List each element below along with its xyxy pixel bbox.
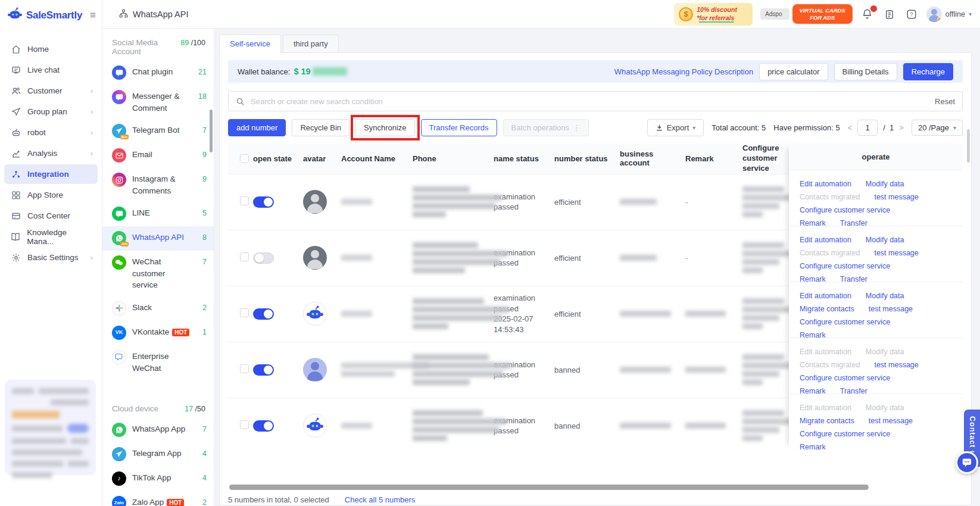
row-checkbox[interactable]	[240, 252, 249, 261]
open-state-toggle[interactable]	[253, 196, 274, 208]
toggle-knob	[255, 254, 264, 263]
search-input[interactable]	[251, 97, 929, 106]
transfer-records-button[interactable]: Transfer Records	[421, 119, 497, 136]
operate-link-modify-data[interactable]: Modify data	[866, 289, 904, 302]
sidebar-item-robot[interactable]: robot›	[4, 123, 98, 142]
synchronize-button[interactable]: Synchronize	[355, 119, 415, 136]
open-state-toggle[interactable]	[253, 364, 274, 376]
current-page-input[interactable]: 1	[857, 120, 878, 136]
sidebar-item-cost-center[interactable]: Cost Center	[4, 206, 98, 226]
cell-select	[228, 286, 253, 342]
operate-link-remark[interactable]: Remark	[800, 441, 826, 454]
sidebar-item-app-store[interactable]: App Store	[4, 185, 98, 205]
operate-link-configure-customer-service[interactable]: Configure customer service	[800, 316, 890, 329]
operate-link-remark[interactable]: Remark	[800, 329, 826, 342]
operate-link-test-message[interactable]: test message	[874, 190, 918, 204]
operate-link-contacts-migrated: Contacts migrated	[800, 190, 860, 204]
row-checkbox[interactable]	[240, 364, 249, 373]
open-state-toggle[interactable]	[253, 308, 274, 320]
row-checkbox[interactable]	[240, 196, 249, 205]
page-size-select[interactable]: 20 /Page ▾	[912, 120, 963, 136]
vertical-scrollbar-thumb[interactable]	[967, 129, 970, 163]
sidebar-item-knowledge-mana[interactable]: Knowledge Mana...	[4, 227, 98, 246]
add-number-button[interactable]: add number	[228, 119, 286, 136]
operate-link-configure-customer-service[interactable]: Configure customer service	[800, 260, 890, 273]
sidebar-item-live-chat[interactable]: Live chat	[4, 60, 98, 80]
sidebar-item-integration[interactable]: Integration	[4, 164, 98, 184]
operate-link-edit-automation[interactable]: Edit automation	[800, 233, 851, 246]
channel-item-enterprise-wechat[interactable]: Enterprise WeChat	[102, 345, 214, 379]
operate-link-remark[interactable]: Remark	[800, 273, 826, 286]
open-state-toggle[interactable]	[253, 420, 274, 432]
operate-link-modify-data[interactable]: Modify data	[866, 177, 904, 190]
clipboard-icon[interactable]	[882, 7, 897, 21]
help-icon[interactable]: ?	[904, 7, 919, 21]
operate-link-edit-automation[interactable]: Edit automation	[800, 177, 851, 190]
operate-link-migrate-contacts[interactable]: Migrate contacts	[800, 414, 854, 427]
sidebar-item-customer[interactable]: Customer›	[4, 81, 98, 101]
sidebar-item-analysis[interactable]: Analysis›	[4, 143, 98, 163]
referral-promo-banner[interactable]: $ 10% discount *for referrals	[674, 3, 753, 26]
channel-item-whatsapp-app[interactable]: WhatsApp App7	[102, 418, 214, 442]
operate-link-modify-data[interactable]: Modify data	[866, 233, 904, 246]
channel-item-tiktok-app[interactable]: ♪TikTok App4	[102, 467, 214, 491]
operate-link-remark[interactable]: Remark	[800, 385, 826, 398]
channel-item-chat-plugin[interactable]: Chat plugin21	[102, 61, 214, 85]
tab-third-party[interactable]: third party	[283, 35, 339, 53]
policy-link[interactable]: WhatsApp Messaging Policy Description	[614, 67, 753, 76]
row-checkbox[interactable]	[240, 308, 249, 317]
operate-link-migrate-contacts[interactable]: Migrate contacts	[800, 302, 854, 316]
billing-details-button[interactable]: Billing Details	[834, 63, 897, 80]
operate-link-contacts-migrated: Contacts migrated	[800, 246, 860, 260]
operate-link-test-message[interactable]: test message	[874, 358, 918, 371]
operate-link-configure-customer-service[interactable]: Configure customer service	[800, 427, 890, 441]
operate-link-transfer[interactable]: Transfer	[840, 217, 867, 230]
operate-link-transfer[interactable]: Transfer	[840, 273, 867, 286]
check-all-link[interactable]: Check all 5 numbers	[345, 495, 416, 504]
operate-link-transfer[interactable]: Transfer	[840, 385, 867, 398]
price-calculator-button[interactable]: price calculator	[759, 63, 828, 80]
select-all-checkbox[interactable]	[240, 154, 249, 163]
channel-item-telegram-app[interactable]: Telegram App4	[102, 442, 214, 467]
channel-item-zalo-app[interactable]: ZaloZalo AppHOT2	[102, 491, 214, 506]
recharge-button[interactable]: Recharge	[903, 63, 953, 80]
channel-item-wechat-customer-service[interactable]: WeChat customer service7	[102, 251, 214, 296]
export-button[interactable]: Export ▾	[647, 119, 704, 136]
channel-item-vkontakte[interactable]: VKVKontakteHOT1	[102, 321, 214, 345]
virtual-cards-button[interactable]: VIRTUAL CARDS FOR ADS	[792, 4, 853, 24]
tab-self-service[interactable]: Self-service	[219, 35, 281, 53]
row-checkbox[interactable]	[240, 420, 249, 429]
redacted-block	[12, 472, 52, 478]
channel-item-messenger-comment[interactable]: Messenger & Comment18	[102, 85, 214, 119]
collapse-menu-icon[interactable]: ≡	[90, 10, 96, 21]
contact-chat-bubble[interactable]	[956, 451, 978, 474]
open-state-toggle[interactable]	[253, 252, 274, 264]
channel-scrollbar[interactable]	[210, 110, 213, 152]
channel-item-whatsapp-api[interactable]: APIWhatsApp API8	[102, 226, 214, 251]
sidebar-item-home[interactable]: Home	[4, 39, 98, 59]
operate-link-configure-customer-service[interactable]: Configure customer service	[800, 371, 890, 385]
channel-item-line[interactable]: LINE5	[102, 202, 214, 226]
prev-page-button[interactable]: <	[848, 123, 853, 132]
operate-link-configure-customer-service[interactable]: Configure customer service	[800, 204, 890, 217]
operate-link-remark[interactable]: Remark	[800, 217, 826, 230]
operate-link-test-message[interactable]: test message	[869, 302, 913, 316]
channel-item-email[interactable]: Email9	[102, 143, 214, 168]
notifications-bell-icon[interactable]	[860, 7, 875, 21]
channel-item-telegram-bot[interactable]: BotTelegram Bot7	[102, 119, 214, 143]
operate-link-test-message[interactable]: test message	[874, 246, 918, 260]
recycle-bin-button[interactable]: Recycle Bin	[292, 119, 349, 136]
redacted-block	[742, 203, 779, 209]
channel-item-slack[interactable]: Slack2	[102, 296, 214, 321]
next-page-button[interactable]: >	[899, 123, 904, 132]
sidebar-item-group-plan[interactable]: Group plan›	[4, 102, 98, 121]
redacted-block	[413, 427, 500, 433]
operate-link-test-message[interactable]: test message	[869, 414, 913, 427]
operate-link-edit-automation[interactable]: Edit automation	[800, 289, 851, 302]
reset-button[interactable]: Reset	[935, 97, 955, 106]
adspo-chip[interactable]: Adspo	[760, 8, 789, 20]
user-menu[interactable]: offline ▾	[926, 7, 972, 22]
channel-item-instagram-comments[interactable]: Instagram & Comments9	[102, 168, 214, 202]
sidebar-item-basic-settings[interactable]: Basic Settings›	[4, 248, 98, 267]
horizontal-scrollbar-thumb[interactable]	[229, 485, 869, 490]
